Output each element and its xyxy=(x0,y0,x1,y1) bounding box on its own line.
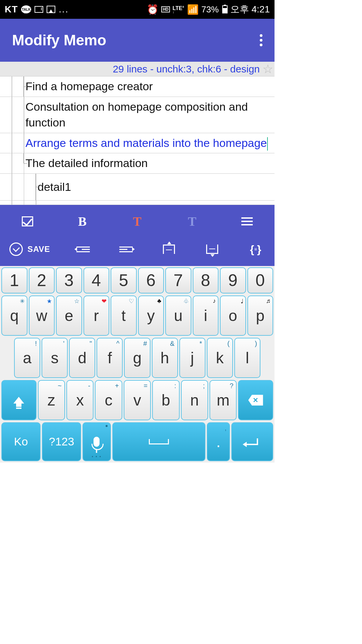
key-y[interactable]: ♣y xyxy=(138,296,164,336)
key-h[interactable]: &h xyxy=(152,338,178,378)
keyboard-row-numbers: 1 2 3 4 5 6 7 8 9 0 xyxy=(1,267,273,293)
key-shift[interactable] xyxy=(1,380,37,420)
page-title: Modify Memo xyxy=(12,32,260,49)
indent-button[interactable] xyxy=(116,241,136,258)
key-4[interactable]: 4 xyxy=(83,267,110,293)
battery-icon xyxy=(222,5,228,13)
keyboard-row-asdf: !a 's "d ^f #g &h *j (k )l xyxy=(1,338,273,378)
key-2[interactable]: 2 xyxy=(29,267,55,293)
app-bar: Modify Memo xyxy=(0,19,275,62)
space-icon xyxy=(149,439,169,444)
key-d[interactable]: "d xyxy=(69,338,95,378)
key-f[interactable]: ^f xyxy=(97,338,123,378)
key-q[interactable]: ✳q xyxy=(1,296,27,336)
key-r[interactable]: ❤r xyxy=(83,296,110,336)
key-b[interactable]: :b xyxy=(152,380,179,420)
key-period[interactable]: ,. xyxy=(207,422,230,461)
key-z[interactable]: ~z xyxy=(38,380,65,420)
battery-percent: 73% xyxy=(201,4,219,15)
check-icon xyxy=(22,216,33,226)
outdent-button[interactable] xyxy=(73,241,93,258)
status-left: KT TALK I ... xyxy=(5,4,147,15)
text-cursor xyxy=(267,137,268,151)
memo-line: Consultation on homepage composition and… xyxy=(0,97,275,133)
memo-text[interactable]: detail1 xyxy=(36,174,275,200)
format-toolbar: B T T SAVE { } xyxy=(0,205,275,266)
key-backspace[interactable]: ✕ xyxy=(238,380,273,420)
key-w[interactable]: ★w xyxy=(29,296,55,336)
memo-line: Arrange terms and materials into the hom… xyxy=(0,133,275,154)
format-menu-button[interactable] xyxy=(237,213,257,230)
key-enter[interactable] xyxy=(231,422,273,461)
carrier-label: KT xyxy=(5,4,18,15)
key-3[interactable]: 3 xyxy=(56,267,82,293)
key-0[interactable]: 0 xyxy=(247,267,274,293)
move-down-icon xyxy=(206,245,218,254)
key-s[interactable]: 's xyxy=(42,338,68,378)
key-language[interactable]: Ko xyxy=(1,422,41,461)
memo-text[interactable]: Find a homepage creator xyxy=(24,76,275,97)
key-k[interactable]: (k xyxy=(207,338,233,378)
memo-text[interactable]: The detailed information xyxy=(24,153,275,173)
key-9[interactable]: 9 xyxy=(220,267,246,293)
status-bar: KT TALK I ... HD LTE+↕ 📶 73% 오후 4:21 xyxy=(0,0,275,19)
key-7[interactable]: 7 xyxy=(165,267,191,293)
bold-button[interactable]: B xyxy=(72,213,93,230)
key-e[interactable]: ☆e xyxy=(56,296,82,336)
bold-icon: B xyxy=(78,214,86,229)
status-right: HD LTE+↕ 📶 73% 오후 4:21 xyxy=(147,3,270,16)
key-m[interactable]: ?m xyxy=(209,380,237,420)
key-1[interactable]: 1 xyxy=(1,267,27,293)
shift-icon xyxy=(13,397,24,404)
text-color-blue-button[interactable]: T xyxy=(182,213,202,230)
move-up-button[interactable] xyxy=(159,241,179,258)
key-8[interactable]: 8 xyxy=(193,267,219,293)
key-symbols[interactable]: ?123 xyxy=(42,422,81,461)
keyboard-row-bottom: Ko ?123 • • • ,. xyxy=(1,422,273,461)
memo-editor[interactable]: Find a homepage creator Consultation on … xyxy=(0,76,275,205)
signal-icon: 📶 xyxy=(187,4,199,15)
memo-line: The detailed information xyxy=(0,153,275,174)
key-u[interactable]: ♧u xyxy=(165,296,191,336)
backspace-icon: ✕ xyxy=(248,395,263,406)
key-5[interactable]: 5 xyxy=(111,267,137,293)
key-a[interactable]: !a xyxy=(14,338,40,378)
code-block-button[interactable]: { } xyxy=(245,241,265,258)
info-bar: 29 lines - unchk:3, chk:6 - design ☆ xyxy=(0,62,275,76)
key-v[interactable]: =v xyxy=(124,380,151,420)
mic-icon xyxy=(94,437,100,447)
key-t[interactable]: ♡t xyxy=(111,296,137,336)
more-notifications-icon: ... xyxy=(59,4,68,15)
move-down-button[interactable] xyxy=(202,241,222,258)
indent-icon xyxy=(119,247,133,252)
checklist-button[interactable] xyxy=(17,213,38,230)
alarm-icon xyxy=(147,4,159,15)
notification-icon-1: I xyxy=(35,6,43,13)
key-l[interactable]: )l xyxy=(234,338,260,378)
lte-icon: LTE+↕ xyxy=(173,5,184,13)
soft-keyboard: 1 2 3 4 5 6 7 8 9 0 ✳q ★w ☆e ❤r ♡t ♣y ♧u… xyxy=(0,266,275,463)
key-i[interactable]: ♪i xyxy=(193,296,219,336)
key-c[interactable]: +c xyxy=(95,380,122,420)
key-x[interactable]: -x xyxy=(66,380,94,420)
memo-text[interactable]: Consultation on homepage composition and… xyxy=(24,97,275,133)
outdent-icon xyxy=(76,247,90,252)
save-button[interactable]: SAVE xyxy=(9,243,50,256)
key-space[interactable] xyxy=(112,422,206,461)
text-red-icon: T xyxy=(133,214,141,229)
text-color-red-button[interactable]: T xyxy=(127,213,147,230)
key-j[interactable]: *j xyxy=(179,338,205,378)
clock-time: 오후 4:21 xyxy=(230,3,270,16)
memo-text-active[interactable]: Arrange terms and materials into the hom… xyxy=(24,133,275,153)
key-voice-input[interactable]: • • • xyxy=(82,422,111,461)
favorite-star-icon[interactable]: ☆ xyxy=(262,62,273,76)
overflow-menu-button[interactable] xyxy=(260,34,262,46)
move-up-icon xyxy=(163,245,175,254)
key-p[interactable]: ♬p xyxy=(247,296,274,336)
key-g[interactable]: #g xyxy=(124,338,150,378)
key-o[interactable]: ♩o xyxy=(220,296,246,336)
chat-app-icon: TALK xyxy=(21,5,31,13)
text-blue-icon: T xyxy=(188,214,196,229)
key-n[interactable]: ;n xyxy=(181,380,208,420)
key-6[interactable]: 6 xyxy=(138,267,164,293)
